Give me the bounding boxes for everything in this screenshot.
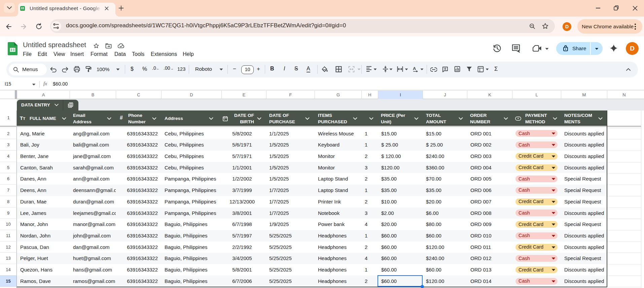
svg-text:A: A bbox=[413, 66, 416, 71]
